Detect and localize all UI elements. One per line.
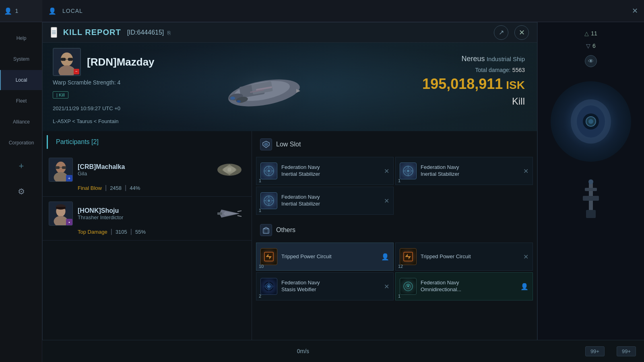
total-damage-value: 5563 xyxy=(512,67,525,73)
slot-name-fn-stasis: Federation NavyStasis Webifier xyxy=(281,280,380,293)
sidebar-item-settings[interactable]: ⚙ xyxy=(0,179,42,204)
participant-stats-0: Final Blow | 2458 | 44% xyxy=(49,182,246,191)
participant-info-0: [CRB]Machalka Gila xyxy=(78,163,208,177)
kill-report-title: KILL REPORT xyxy=(63,28,121,37)
svg-point-85 xyxy=(588,119,593,124)
participant-top-1: ▪ [HONK]Shoju Thrasher Interdictor xyxy=(49,202,246,226)
slot-count-tripped-12: 12 xyxy=(398,264,403,269)
sidebar-item-local[interactable]: Local xyxy=(0,70,42,90)
module-icon-2 xyxy=(260,192,277,209)
copy-icon[interactable]: ⎘ xyxy=(167,30,171,36)
participant-info-1: [HONK]Shoju Thrasher Interdictor xyxy=(78,207,208,220)
svg-rect-37 xyxy=(217,212,222,215)
inertial-stabilizer-icon xyxy=(263,165,275,177)
isk-unit: ISK xyxy=(506,79,525,92)
slot-item-tripped-10: Tripped Power Circuit 👤 10 xyxy=(256,243,394,271)
top-bar: 👤 LOCAL ✕ xyxy=(42,0,644,22)
sidebar-item-add[interactable]: + xyxy=(0,154,42,179)
module-icon-power-0 xyxy=(260,248,277,265)
svg-rect-22 xyxy=(62,166,66,169)
slot-count-fn-inertial-1: 1 xyxy=(259,178,261,183)
slot-action-fn-stasis[interactable]: ✕ xyxy=(384,283,389,290)
sidebar-label-fleet: Fleet xyxy=(16,98,27,104)
gila-ship-svg xyxy=(213,160,246,180)
participants-panel: Participants [2] + xyxy=(43,131,252,362)
ship-class-label: Industrial Ship xyxy=(487,56,525,62)
participant-percent-0: 44% xyxy=(130,185,140,191)
sidebar-label-alliance: Alliance xyxy=(13,119,30,125)
slot-name-fn-inertial-1: Federation NavyInertial Stabilizer xyxy=(281,164,380,178)
inventory-counter-2[interactable]: 99+ xyxy=(617,346,636,356)
settings-icon: ⚙ xyxy=(18,187,25,196)
pilot-warp-scramble: Warp Scramble Strength: 4 xyxy=(53,79,155,86)
kill-type-label: Kill xyxy=(512,96,525,107)
kill-tag: | Kill xyxy=(53,91,68,99)
ship-type-label: Nereus xyxy=(461,55,485,63)
eye-button[interactable]: 👁 xyxy=(585,55,597,67)
export-button[interactable]: ↗ xyxy=(494,25,508,40)
slot-action-fn-inertial-3[interactable]: ✕ xyxy=(384,197,389,205)
slot-name-tripped-10: Tripped Power Circuit xyxy=(281,253,377,260)
participants-header: Participants [2] xyxy=(47,135,252,149)
target-icon: △ xyxy=(584,30,589,37)
isk-value: 195,018,911 xyxy=(422,76,503,93)
svg-line-39 xyxy=(237,216,242,216)
svg-rect-63 xyxy=(263,229,269,233)
sidebar-item-system[interactable]: System xyxy=(0,49,42,69)
kill-tag-row: | Kill xyxy=(53,91,155,101)
sidebar-label-system: System xyxy=(13,56,29,62)
counter-value-1: 11 xyxy=(591,30,597,37)
svg-point-51 xyxy=(407,170,409,172)
slot-action-fn-omni[interactable]: 👤 xyxy=(520,283,528,290)
sidebar-label-help: Help xyxy=(17,35,27,41)
participant-badge-0: + xyxy=(66,175,72,181)
user-icon: 👤 xyxy=(4,7,12,15)
ship-class-text: Industrial Ship xyxy=(487,56,525,62)
bottom-bar-left: ≡ Send 0m/s xyxy=(8,348,573,355)
chat-close-button[interactable]: ✕ xyxy=(632,6,638,15)
counter-row-2: ▽ 6 xyxy=(586,43,596,49)
slot-item-fn-inertial-3: Federation NavyInertial Stabilizer ✕ 1 xyxy=(256,187,394,215)
slot-item-tripped-12: Tripped Power Circuit ✕ 12 xyxy=(395,243,533,271)
sidebar-label-corporation: Corporation xyxy=(9,140,34,146)
inv-count-1: 99+ xyxy=(590,348,599,354)
slot-action-fn-inertial-2[interactable]: ✕ xyxy=(523,167,528,175)
sidebar-item-alliance[interactable]: Alliance xyxy=(0,112,42,132)
close-button[interactable]: ✕ xyxy=(514,25,529,40)
participant-stat-label-1: Top Damage xyxy=(78,229,107,235)
hamburger-button[interactable]: ≡ xyxy=(51,27,57,38)
participant-avatar-1: ▪ xyxy=(49,202,73,226)
pilot-avatar-row: − [RDN]Mazday xyxy=(53,48,155,76)
low-slot-grid: Federation NavyInertial Stabilizer ✕ 1 xyxy=(256,157,533,215)
right-side-panel: △ 11 ▽ 6 👁 xyxy=(537,22,644,362)
omni-tracking-icon xyxy=(402,280,414,292)
kill-report-id: [ID:6444615] ⎘ xyxy=(127,29,171,36)
power-circuit-icon-1 xyxy=(402,251,414,263)
sidebar-nav: Help System Local Fleet Alliance Corpora… xyxy=(0,28,42,204)
sidebar-item-fleet[interactable]: Fleet xyxy=(0,91,42,111)
slot-action-tripped-10[interactable]: 👤 xyxy=(381,253,389,261)
slot-action-fn-inertial-1[interactable]: ✕ xyxy=(384,167,389,175)
kill-id-text: [ID:6444615] xyxy=(127,29,164,36)
eye-icon: 👁 xyxy=(588,58,594,64)
filter-icon: ▽ xyxy=(586,43,590,49)
ship-3d-svg xyxy=(555,85,627,158)
svg-point-90 xyxy=(588,179,593,184)
inventory-counter-1[interactable]: 99+ xyxy=(585,346,605,356)
svg-rect-34 xyxy=(56,207,65,209)
sidebar-item-corporation[interactable]: Corporation xyxy=(0,133,42,153)
negative-icon: − xyxy=(75,70,78,74)
slot-name-fn-inertial-3: Federation NavyInertial Stabilizer xyxy=(281,194,380,208)
weapon-svg xyxy=(571,176,611,224)
kill-report-header: ≡ KILL REPORT [ID:6444615] ⎘ ↗ ✕ xyxy=(43,23,537,43)
module-icon-0 xyxy=(260,162,277,179)
counter-row-1: △ 11 xyxy=(584,30,597,37)
inv-count-2: 99+ xyxy=(622,348,631,354)
participant-ship-0: Gila xyxy=(78,171,208,177)
slot-action-tripped-12[interactable]: ✕ xyxy=(523,253,528,261)
svg-point-76 xyxy=(268,286,270,287)
ship-type-row: Nereus Industrial Ship xyxy=(422,55,525,63)
sidebar-item-help[interactable]: Help xyxy=(0,28,42,48)
participant-card-0: + [CRB]Machalka Gila xyxy=(43,153,252,197)
slot-item-fn-inertial-2: Federation NavyInertial Stabilizer ✕ 1 xyxy=(395,157,533,185)
